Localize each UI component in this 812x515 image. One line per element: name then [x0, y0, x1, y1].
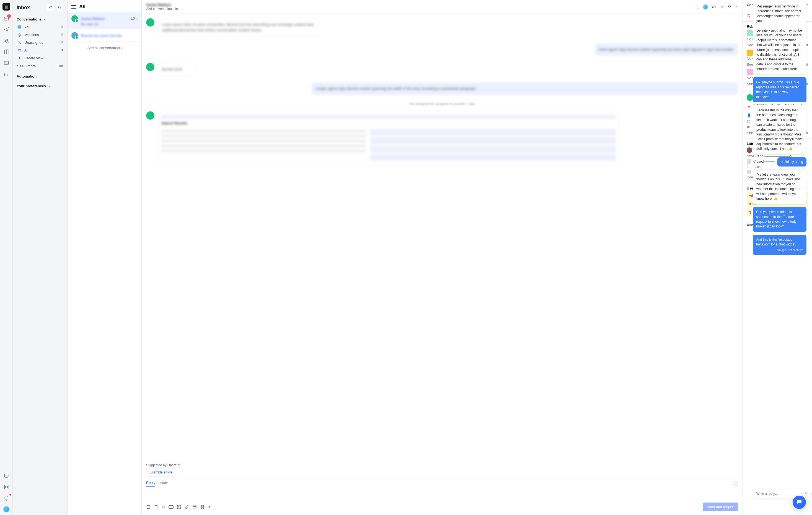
burger-icon[interactable]: [71, 5, 77, 8]
svg-rect-13: [169, 505, 174, 508]
messenger-user-bubble: And this is the "expected behavior" for …: [753, 235, 807, 255]
conversation-item[interactable]: Blurred out convo line two: [67, 29, 141, 42]
avatar-icon: [146, 18, 154, 27]
conversation-item[interactable]: Sasha Wallace 10m Re: Item #3: [67, 12, 141, 29]
messenger-agent-bubble: I've let the team know your thoughts on …: [753, 169, 807, 204]
svg-rect-7: [7, 488, 8, 489]
article-icon[interactable]: [146, 505, 150, 509]
rail-articles-icon[interactable]: [3, 49, 9, 55]
avatar-icon: [146, 63, 154, 71]
avatar-icon: [146, 111, 154, 120]
snooze-icon[interactable]: [727, 5, 732, 9]
svg-rect-2: [4, 61, 8, 64]
sidebar-item-all[interactable]: All 0: [17, 46, 63, 54]
preferences-section[interactable]: Your preferences: [17, 82, 63, 90]
svg-point-10: [18, 49, 19, 50]
rail-apps-icon[interactable]: [3, 484, 9, 490]
conversations-section[interactable]: Conversations: [17, 16, 63, 23]
assignee-avatar[interactable]: [703, 4, 708, 9]
emoji-icon[interactable]: ☺: [810, 492, 812, 496]
svg-rect-3: [4, 474, 8, 477]
edit-views[interactable]: Edit: [57, 64, 63, 68]
rail-send-icon[interactable]: [3, 27, 9, 33]
chevron-down-icon: [43, 18, 47, 21]
svg-point-9: [19, 41, 20, 43]
conversation-body: Lorem ipsum dolor sit amet consectetur. …: [142, 14, 743, 461]
svg-rect-17: [201, 505, 202, 507]
rail-reports-icon[interactable]: [3, 71, 9, 77]
message-bubble: Longer agent reply blurred content spann…: [312, 83, 738, 95]
rail-avatar[interactable]: [3, 506, 9, 512]
messenger-agent-bubble: Because this is the way that the borderl…: [753, 105, 807, 155]
svg-rect-6: [4, 488, 6, 489]
message-bubble: blurred short: [158, 63, 197, 76]
message-bubble: Lorem ipsum dolor sit amet consectetur. …: [158, 18, 319, 36]
composer-help-icon[interactable]: ?: [733, 482, 738, 486]
conversation-title: Sasha Wallace: [146, 3, 178, 7]
suggestion-chip[interactable]: Example article: [146, 468, 176, 477]
send-button[interactable]: Send and reopen: [703, 503, 738, 511]
message-timestamp: 14m ago. Not seen yet: [756, 248, 803, 252]
plus-icon: ＋: [17, 56, 22, 60]
sidebar-item-you[interactable]: You 0: [17, 23, 63, 31]
rail-notifications-icon[interactable]: [3, 495, 9, 501]
svg-point-11: [20, 49, 21, 50]
time-ago: 10m: [131, 17, 138, 21]
svg-rect-20: [203, 507, 204, 508]
automation-section[interactable]: Automation: [17, 73, 63, 80]
create-view[interactable]: ＋ Create view: [17, 54, 63, 62]
svg-rect-4: [4, 485, 6, 486]
svg-rect-5: [7, 485, 8, 486]
rail-help-icon[interactable]: [3, 473, 9, 479]
avatar-icon: [71, 15, 78, 22]
unassigned-icon: [17, 40, 22, 45]
email-icon: @: [747, 119, 751, 123]
composer-input[interactable]: [146, 489, 738, 503]
rail-inbox-icon[interactable]: 1: [3, 16, 9, 22]
search-button[interactable]: [56, 4, 63, 11]
messenger-user-bubble: definitely a bug: [777, 157, 807, 166]
gif-icon[interactable]: [169, 505, 174, 509]
app-rail: ||| 1: [0, 0, 13, 515]
sidebar-item-unassigned[interactable]: Unassigned 0: [17, 38, 63, 46]
tab-reply[interactable]: Reply: [146, 481, 155, 487]
image-icon[interactable]: [177, 505, 181, 509]
star-icon[interactable]: ☆: [721, 5, 724, 9]
see-more[interactable]: See 5 more: [17, 64, 36, 68]
location-icon: 📍: [747, 106, 751, 110]
conversation-subtitle[interactable]: Add conversation title: [146, 7, 178, 11]
messenger-user-bubble: Can you please add this screenshot to th…: [753, 207, 807, 232]
inbox-badge: 1: [7, 15, 11, 18]
attachment-icon[interactable]: [184, 505, 189, 509]
messenger-launcher[interactable]: [793, 496, 806, 509]
gif-icon[interactable]: GIF: [801, 492, 808, 496]
user-id-icon: ⇄: [747, 125, 751, 129]
emoji-icon[interactable]: ☺: [162, 505, 165, 509]
close-conv-icon[interactable]: ✓: [735, 5, 738, 9]
messenger-text-input[interactable]: [756, 491, 799, 496]
sidebar-item-mentions[interactable]: @ Mentions 0: [17, 31, 63, 38]
user-icon: [17, 25, 22, 29]
rail-contacts-icon[interactable]: [3, 38, 9, 44]
avatar-icon: [747, 147, 752, 153]
compose-button[interactable]: [47, 4, 54, 11]
app-logo[interactable]: |||: [2, 3, 10, 10]
more-icon[interactable]: ⋮: [695, 5, 700, 9]
assignee-label: You: [711, 5, 717, 9]
composer-toolbar: ☺ ✶ Send and reopen: [146, 503, 738, 511]
attachment-card: Search Results: [158, 111, 619, 166]
chevron-right-icon: [38, 75, 41, 78]
spark-icon[interactable]: ✶: [208, 505, 211, 509]
rail-outbound-icon[interactable]: [3, 60, 9, 66]
tab-note[interactable]: Note: [160, 481, 168, 487]
sidebar: Inbox Conversations You 0 @ Mentions 0 U…: [13, 0, 67, 515]
svg-rect-18: [203, 505, 204, 507]
see-all-conversations[interactable]: See all conversations: [67, 42, 141, 54]
people-icon: [17, 48, 22, 52]
card-icon[interactable]: [192, 505, 197, 509]
bookmark-icon[interactable]: [154, 505, 158, 509]
conversation-header: Sasha Wallace Add conversation title ⋮ Y…: [142, 0, 743, 14]
message-bubble: Short agent reply blurred content spanni…: [595, 44, 738, 56]
svg-point-1: [6, 39, 8, 41]
apps-icon[interactable]: [200, 505, 205, 509]
